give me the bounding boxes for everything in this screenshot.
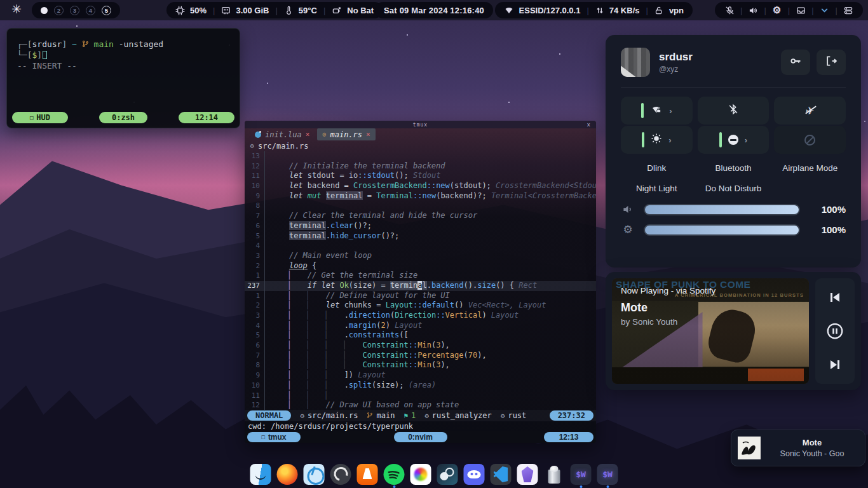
discord-dock-icon[interactable] xyxy=(464,464,485,485)
workspace-2[interactable]: 2 xyxy=(54,6,64,15)
vscode-dock-icon[interactable] xyxy=(491,464,512,485)
workspace-5-active[interactable]: 5 xyxy=(102,6,111,15)
album-art-card[interactable]: SHAPE OF PUNK TO COME A CHIMERICAL BOMBI… xyxy=(612,278,809,384)
tmux-window-pill[interactable]: 0:nvim xyxy=(394,432,447,442)
code-line[interactable]: 5 terminal.hide_cursor()?; xyxy=(245,231,596,241)
window-titlebar[interactable]: tmux x xyxy=(245,121,596,128)
battery-value: No Bat xyxy=(347,6,374,15)
code-line[interactable]: 1 ▏ // Get the terminal size xyxy=(245,271,596,281)
notification-body: Sonic Youth - Goo xyxy=(766,449,858,458)
clock[interactable]: Sat 09 Mar 2024 12:16:40 xyxy=(375,2,493,18)
workspace-occupied-dot[interactable] xyxy=(41,7,48,14)
obs-dock-icon[interactable] xyxy=(330,464,351,485)
chevron-down-icon[interactable] xyxy=(819,6,831,15)
code-line[interactable]: 5 ▏ ▏ ▏ .constraints([ xyxy=(245,330,596,341)
code-line[interactable]: 10 ▏ ▏ ▏ .split(size); (area) xyxy=(245,381,596,391)
statusline-filetype: ⚙rust xyxy=(501,411,527,420)
spotify-dock-icon[interactable] xyxy=(384,464,405,485)
code-line[interactable]: 3 // Main event loop xyxy=(245,251,596,261)
code-line[interactable]: 3 ▏ ▏ ▏ .direction(Direction::Vertical) … xyxy=(245,311,596,321)
steam-dock-icon[interactable] xyxy=(437,464,458,485)
launcher-icon[interactable]: ✳ xyxy=(11,2,22,17)
code-line[interactable]: 13 xyxy=(245,151,596,161)
code-line[interactable]: 2 loop { xyxy=(245,261,596,271)
toggle-do-not-disturb[interactable]: › xyxy=(698,126,770,154)
volume-icon[interactable] xyxy=(747,6,759,15)
network-status[interactable]: ESSID/127.0.0.1 | 74 KB/s | vpn xyxy=(495,2,693,18)
toggle-night-light[interactable]: › xyxy=(621,126,693,154)
code-line[interactable]: 8 xyxy=(245,201,596,211)
obsidian-dock-icon[interactable] xyxy=(517,464,538,485)
next-track-button[interactable] xyxy=(827,357,843,372)
toggle-disabled[interactable] xyxy=(774,126,846,154)
workspace-3[interactable]: 3 xyxy=(70,6,79,15)
pause-button[interactable] xyxy=(825,322,844,341)
firefox-dock-icon[interactable] xyxy=(277,464,298,485)
hud-terminal-window[interactable]: ┌─[srdusr] ~ main -unstaged └─[$] -- INS… xyxy=(6,28,240,128)
wine-dock-icon[interactable]: $W xyxy=(571,464,592,485)
active-indicator xyxy=(641,103,644,118)
code-line[interactable]: 10 let backend = CrosstermBackend::new(s… xyxy=(245,181,596,191)
code-line[interactable]: 6 terminal.clear()?; xyxy=(245,221,596,231)
rust-icon: ⚙ xyxy=(501,412,505,420)
settings-gear-icon[interactable]: ⚙ xyxy=(771,4,783,16)
code-line[interactable]: 12 ▏ ▏ // Draw UI based on app state xyxy=(245,400,596,410)
toggle-dlink[interactable]: › xyxy=(621,97,693,125)
window-close-button[interactable]: x xyxy=(587,121,591,128)
brightness-slider[interactable] xyxy=(644,224,800,236)
toggle-bluetooth[interactable] xyxy=(698,97,770,125)
blocked-icon xyxy=(804,135,815,146)
trash-dock-icon[interactable] xyxy=(544,464,565,485)
tab-main-rs[interactable]: ⚙ main.rs × xyxy=(317,128,375,140)
chevron-right-icon[interactable]: › xyxy=(668,135,671,145)
photos-dock-icon[interactable] xyxy=(410,464,431,485)
lock-keys-button[interactable] xyxy=(781,50,810,75)
tab-close-icon[interactable]: × xyxy=(306,130,310,139)
vlc-dock-icon[interactable] xyxy=(357,464,378,485)
workspace-4[interactable]: 4 xyxy=(86,6,95,15)
code-line[interactable]: 2 ▏ ▏ let chunks = Layout::default() Vec… xyxy=(245,301,596,311)
inbox-icon[interactable] xyxy=(795,6,806,15)
mic-muted-icon[interactable] xyxy=(724,6,735,15)
workspace-switcher[interactable]: 2 3 4 5 xyxy=(32,2,120,18)
code-line[interactable]: 11 let stdout = io::stdout(); Stdout xyxy=(245,171,596,181)
key-icon xyxy=(789,55,802,70)
previous-track-button[interactable] xyxy=(827,290,843,305)
tmux-editor-window[interactable]: tmux x init.lua × ⚙ main.rs × ⚙ src/main… xyxy=(245,121,596,443)
hud-session-pill[interactable]: □HUD xyxy=(12,112,68,123)
control-center-panel: srdusr @xyz › ✈ › xyxy=(606,35,861,268)
code-line[interactable]: 12 // Initialize the terminal backend xyxy=(245,161,596,172)
code-line[interactable]: 1 ▏ ▏ // Define layout for the UI xyxy=(245,291,596,301)
lua-icon xyxy=(255,132,261,138)
tab-init-lua[interactable]: init.lua × xyxy=(250,128,315,140)
qbittorrent-dock-icon[interactable] xyxy=(304,464,325,485)
code-line[interactable]: 9 let mut terminal = Terminal::new(backe… xyxy=(245,191,596,201)
chevron-right-icon[interactable]: › xyxy=(745,135,747,145)
code-line[interactable]: 6 ▏ ▏ ▏ ▏ Constraint::Min(3), xyxy=(245,341,596,351)
media-notification[interactable]: Mote Sonic Youth - Goo xyxy=(731,430,865,466)
code-line[interactable]: 4 xyxy=(245,241,596,251)
wine-dock-icon[interactable]: $W xyxy=(597,464,618,485)
code-lines[interactable]: 1312 // Initialize the terminal backend1… xyxy=(245,151,596,410)
user-handle: @xyz xyxy=(659,65,775,74)
tmux-session-pill[interactable]: □ tmux xyxy=(247,432,301,442)
chevron-right-icon[interactable]: › xyxy=(669,106,672,116)
hud-window-pill[interactable]: 0:zsh xyxy=(99,112,147,123)
volume-slider[interactable] xyxy=(644,204,800,215)
code-line[interactable]: 4 ▏ ▏ ▏ .margin(2) Layout xyxy=(245,321,596,331)
cpu-icon xyxy=(175,6,185,15)
deck-icon[interactable] xyxy=(843,6,854,15)
code-line[interactable]: 9 ▏ ▏ ▏ ]) Layout xyxy=(245,370,596,381)
logout-button[interactable] xyxy=(817,50,846,75)
statusline-lsp: ⚙rust_analyzer xyxy=(424,411,492,420)
finder-dock-icon[interactable] xyxy=(250,464,271,485)
code-line[interactable]: 11 ▏ ▏ ▏ xyxy=(245,391,596,401)
tab-close-icon[interactable]: × xyxy=(366,130,370,139)
code-line[interactable]: 8 ▏ ▏ ▏ ▏ Constraint::Min(3), xyxy=(245,360,596,370)
cwd-line: cwd: /home/srdusr/projects/typerpunk xyxy=(245,421,596,431)
code-line[interactable]: 7 // Clear the terminal and hide the cur… xyxy=(245,211,596,221)
code-line[interactable]: 237 ▏ if let Ok(size) = terminal.backend… xyxy=(245,281,596,291)
toggle-airplane-mode[interactable]: ✈ xyxy=(774,97,846,125)
code-line[interactable]: 7 ▏ ▏ ▏ ▏ Constraint::Percentage(70), xyxy=(245,351,596,361)
tmux-status-bar: □ tmux 0:nvim 12:13 xyxy=(245,431,596,443)
